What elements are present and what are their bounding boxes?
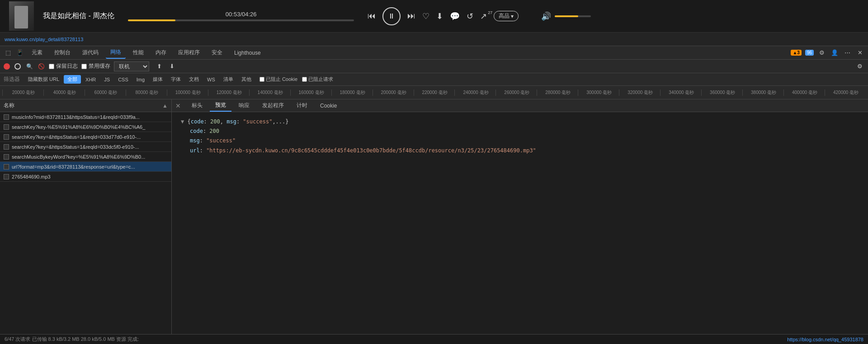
prev-button[interactable]: ⏮ [368,11,376,21]
request-name: 2765484690.mp3 [12,174,168,179]
tick-8: 160000 毫秒 [290,90,331,96]
tick-16: 320000 毫秒 [619,90,660,96]
tab-cookie[interactable]: Cookie [315,101,342,111]
throttle-dropdown[interactable]: 联机 快速 3G 慢速 3G [114,61,149,71]
request-row[interactable]: searchKey?key-%E5%91%A8%E6%9D%B0%E4%BC%A… [0,122,171,132]
filter-img[interactable]: Img [133,76,148,83]
inspect-icon[interactable]: ⬚ [4,48,13,57]
devtools-url-bar: www.kuwo.cn/play_detail/83728113 [0,33,868,46]
player-controls: ⏮ ⏸ ⏭ ♡ ⬇ 💬 ↺ ↗27 高品 ▾ [368,7,519,25]
request-row[interactable]: 2765484690.mp3 [0,172,171,182]
tab-elements[interactable]: 元素 [27,47,47,58]
close-preview-button[interactable]: ✕ [175,102,181,109]
export-icon[interactable]: ⬇ [167,62,176,71]
request-row[interactable]: searchMusicBykeyWord?key=%E5%91%A8%E6%9D… [0,152,171,162]
request-name: musicInfo?mid=83728113&httpsStatus=1&req… [12,114,168,120]
sort-icon[interactable]: ▲ [162,103,168,109]
repeat-button[interactable]: ↺ [467,11,473,21]
share-button[interactable]: ↗27 [480,11,487,21]
json-root: ▼ {code: 200, msg: "success",...} [181,118,859,126]
request-icon [4,164,9,170]
import-icon[interactable]: ⬆ [155,62,164,71]
comment-button[interactable]: 💬 [450,11,460,21]
json-code-line: code: 200 [190,127,859,136]
block-button[interactable] [14,62,22,71]
tab-performance[interactable]: 性能 [128,47,148,58]
filter-hidden-data[interactable]: 隐藏数据 URL [24,75,63,84]
network-settings-icon[interactable]: ⚙ [855,62,864,71]
preserve-log-checkbox[interactable]: 保留日志 [49,62,78,70]
tab-application[interactable]: 应用程序 [174,47,204,58]
like-button[interactable]: ♡ [422,11,429,21]
request-row[interactable]: searchKey?key=&httpsStatus=1&reqId=033dc… [0,142,171,152]
filter-media[interactable]: 媒体 [149,75,166,84]
filter-doc[interactable]: 文档 [185,75,203,84]
tick-10: 200000 毫秒 [373,90,414,96]
request-icon [4,154,9,160]
preview-content: ▼ {code: 200, msg: "success",...} code: … [172,112,868,160]
request-row[interactable]: musicInfo?mid=83728113&httpsStatus=1&req… [0,112,171,122]
requests-header-label: 名称 [4,102,14,109]
filter-all[interactable]: 全部 [64,75,81,84]
quality-button[interactable]: 高品 ▾ [494,11,519,21]
filter-css[interactable]: CSS [114,76,132,83]
download-button[interactable]: ⬇ [436,11,443,21]
tick-21: 420000 毫秒 [825,90,866,96]
blocked-cookie-filter[interactable]: 已阻止 Cookie [259,76,297,83]
record-button[interactable] [4,63,10,70]
time-display: 00:53/04:26 [226,11,257,18]
share-count: 27 [488,10,492,15]
tab-timing[interactable]: 计时 [291,100,313,111]
tab-preview[interactable]: 预览 [210,99,231,112]
tick-3: 60000 毫秒 [85,90,126,96]
request-row[interactable]: searchKey?key=&httpsStatus=1&reqId=033d7… [0,132,171,142]
tab-network[interactable]: 网络 [106,47,126,59]
tab-sources[interactable]: 源代码 [78,47,103,58]
request-name: searchKey?key=&httpsStatus=1&reqId=033dc… [12,144,168,150]
clear-icon[interactable]: 🚫 [37,62,45,71]
timeline-bar: 20000 毫秒 40000 毫秒 60000 毫秒 80000 毫秒 1000… [0,86,868,99]
player-bar: 我是如此相信 - 周杰伦 00:53/04:26 ⏮ ⏸ ⏭ ♡ ⬇ 💬 ↺ ↗… [0,0,868,33]
tick-9: 180000 毫秒 [331,90,373,96]
tab-security[interactable]: 安全 [207,47,227,58]
settings-icon[interactable]: ⚙ [817,48,826,57]
device-icon[interactable]: 📱 [15,48,24,57]
tab-lighthouse[interactable]: Lighthouse [230,48,265,58]
request-name: searchKey?key=&httpsStatus=1&reqId=033d7… [12,134,168,140]
blocked-request-filter[interactable]: 已阻止请求 [302,76,333,83]
tick-14: 280000 毫秒 [537,90,578,96]
tab-headers[interactable]: 标头 [186,100,208,111]
tab-initiator[interactable]: 发起程序 [257,100,289,111]
filter-other[interactable]: 其他 [238,75,255,84]
user-icon[interactable]: 👤 [830,48,839,57]
close-icon[interactable]: ✕ [855,48,864,57]
tab-memory[interactable]: 内存 [151,47,171,58]
pause-button[interactable]: ⏸ [382,7,401,25]
disable-cache-checkbox[interactable]: 禁用缓存 [81,62,110,70]
chevron-down-icon: ▾ [511,13,514,19]
filter-js[interactable]: JS [100,76,113,83]
json-body: code: 200 msg: "success" url: "https://e… [190,127,859,155]
song-title: 我是如此相信 - 周杰伦 [43,11,114,21]
tab-response[interactable]: 响应 [233,100,255,111]
request-row-selected[interactable]: url?format=mp3&rid=83728113&response=url… [0,162,171,172]
filter-ws[interactable]: WS [203,76,219,83]
tick-13: 260000 毫秒 [495,90,537,96]
tick-17: 340000 毫秒 [660,90,701,96]
filter-xhr[interactable]: XHR [82,76,99,83]
next-button[interactable]: ⏭ [407,11,415,21]
filter-font[interactable]: 字体 [167,75,184,84]
tab-console[interactable]: 控制台 [50,47,75,58]
progress-bar[interactable] [128,19,354,21]
volume-icon[interactable]: 🔊 [541,11,551,21]
more-icon[interactable]: ⋯ [843,48,852,57]
page-url[interactable]: www.kuwo.cn/play_detail/83728113 [5,37,863,42]
request-name: searchMusicBykeyWord?key=%E5%91%A8%E6%9D… [12,154,168,160]
status-bar: 6/47 次请求 已传输 8.3 kB/3.2 MB 28.0 kB/5.0 M… [0,334,868,344]
volume-section: 🔊 [541,11,591,21]
request-icon [4,144,9,150]
filter-manifest[interactable]: 清单 [220,75,237,84]
filter-icon[interactable]: 🔍 [25,62,33,71]
main-area: 名称 ▲ musicInfo?mid=83728113&httpsStatus=… [0,99,868,334]
volume-bar[interactable] [555,15,591,17]
